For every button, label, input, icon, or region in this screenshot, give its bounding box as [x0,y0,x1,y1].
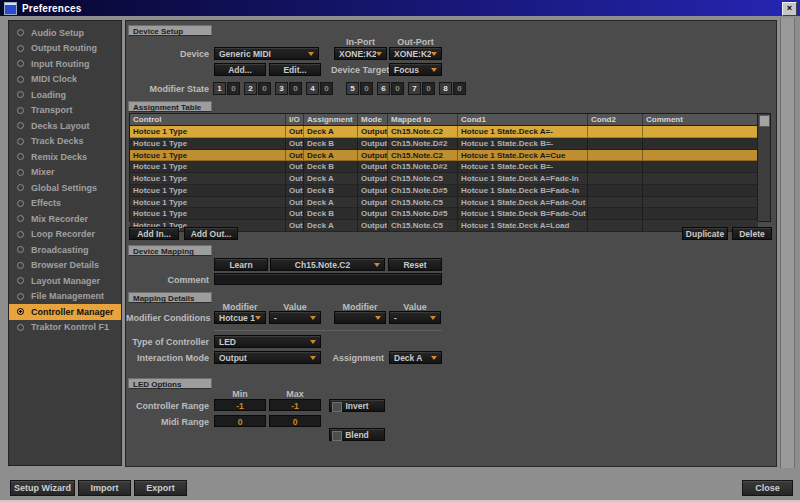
controller-range-max[interactable]: -1 [269,399,321,411]
cell-mode: Output [358,208,388,219]
blend-toggle[interactable]: Blend [329,428,385,441]
midi-range-min[interactable]: 0 [214,415,266,427]
mapped-note-value: Ch15.Note.C2 [271,260,374,270]
modifier-7[interactable]: 70 [408,82,435,95]
duplicate-button[interactable]: Duplicate [682,227,728,240]
modifier-3[interactable]: 30 [275,82,302,95]
table-row[interactable]: Hotcue 1 TypeOutDeck BOutputCh15.Note.D#… [130,138,758,150]
modifier-8[interactable]: 80 [439,82,466,95]
column-header-cond1[interactable]: Cond1 [458,114,588,125]
edit-device-label: Edit... [283,65,306,75]
export-button[interactable]: Export [134,480,187,496]
sidebar-item-midi-clock[interactable]: MIDI Clock [9,72,121,88]
window-close-icon[interactable]: × [782,2,797,16]
table-row[interactable]: Hotcue 1 TypeOutDeck BOutputCh15.Note.D#… [130,161,758,173]
assignment-select[interactable]: Deck A [389,351,442,364]
sidebar-item-file-management[interactable]: File Management [9,289,121,305]
sidebar-item-output-routing[interactable]: Output Routing [9,41,121,57]
table-row[interactable]: Hotcue 1 TypeOutDeck AOutputCh15.Note.C2… [130,126,758,138]
condition2-modifier-select[interactable] [334,311,386,324]
column-header-mode[interactable]: Mode [358,114,388,125]
sidebar-item-controller-manager[interactable]: Controller Manager [9,304,121,320]
sidebar-item-traktor-kontrol-f1[interactable]: Traktor Kontrol F1 [9,320,121,336]
modifier-2[interactable]: 20 [244,82,271,95]
sidebar-item-label: Traktor Kontrol F1 [31,322,109,332]
chevron-down-icon [308,52,314,56]
table-row[interactable]: Hotcue 1 TypeOutDeck AOutputCh15.Note.C2… [130,150,758,162]
modifier-1[interactable]: 10 [213,82,240,95]
invert-label: Invert [345,401,368,411]
mapped-note-select[interactable]: Ch15.Note.C2 [270,258,385,271]
device-select[interactable]: Generic MIDI [214,47,319,60]
sidebar-item-track-decks[interactable]: Track Decks [9,134,121,150]
blend-checkbox[interactable] [332,431,342,441]
modifier-value[interactable]: 0 [320,82,333,95]
column-header-comment[interactable]: Comment [643,114,760,125]
table-row[interactable]: Hotcue 1 TypeOutDeck AOutputCh15.Note.C5… [130,197,758,209]
modifier-4[interactable]: 40 [306,82,333,95]
midi-range-max[interactable]: 0 [269,415,321,427]
add-out-button[interactable]: Add Out... [184,227,238,240]
column-header-control[interactable]: Control [130,114,286,125]
table-row[interactable]: Hotcue 1 TypeOutDeck AOutputCh15.Note.C5… [130,173,758,185]
modifier-value[interactable]: 0 [360,82,373,95]
close-button[interactable]: Close [742,480,793,496]
sidebar-item-loading[interactable]: Loading [9,87,121,103]
modifier-value[interactable]: 0 [422,82,435,95]
setup-wizard-button[interactable]: Setup Wizard [10,480,75,496]
modifier-5[interactable]: 50 [346,82,373,95]
modifier-value[interactable]: 0 [391,82,404,95]
column-header-mapped-to[interactable]: Mapped to [388,114,458,125]
table-row[interactable]: Hotcue 1 TypeOutDeck BOutputCh15.Note.D#… [130,208,758,220]
sidebar-item-decks-layout[interactable]: Decks Layout [9,118,121,134]
column-header-cond2[interactable]: Cond2 [588,114,643,125]
sidebar-item-transport[interactable]: Transport [9,103,121,119]
reset-button[interactable]: Reset [388,258,442,271]
title-bar: Preferences × [0,0,800,16]
column-header-assignment[interactable]: Assignment [304,114,358,125]
condition1-modifier-select[interactable]: Hotcue 1 [214,311,266,324]
condition1-value-select[interactable]: - [269,311,321,324]
sidebar-item-effects[interactable]: Effects [9,196,121,212]
sidebar-item-mix-recorder[interactable]: Mix Recorder [9,211,121,227]
invert-checkbox[interactable] [332,402,342,412]
table-scrollbar[interactable] [757,114,770,221]
in-port-select[interactable]: XONE:K2 [334,47,387,60]
sidebar-item-audio-setup[interactable]: Audio Setup [9,25,121,41]
modifier-value[interactable]: 0 [289,82,302,95]
interaction-mode-select[interactable]: Output [214,351,321,364]
modifier-6[interactable]: 60 [377,82,404,95]
radio-icon [17,169,24,176]
add-device-button[interactable]: Add... [214,63,266,76]
edit-device-button[interactable]: Edit... [269,63,321,76]
device-target-select[interactable]: Focus [389,63,442,76]
sidebar-item-broadcasting[interactable]: Broadcasting [9,242,121,258]
column-header-i-o[interactable]: I/O [286,114,304,125]
sidebar-item-global-settings[interactable]: Global Settings [9,180,121,196]
out-port-select[interactable]: XONE:K2 [389,47,442,60]
cell-cond2 [588,208,643,219]
learn-button[interactable]: Learn [214,258,268,271]
condition2-value-select[interactable]: - [389,311,441,324]
sidebar-item-input-routing[interactable]: Input Routing [9,56,121,72]
sidebar-item-loop-recorder[interactable]: Loop Recorder [9,227,121,243]
controller-range-min[interactable]: -1 [214,399,266,411]
modifier-value[interactable]: 0 [227,82,240,95]
sidebar-item-remix-decks[interactable]: Remix Decks [9,149,121,165]
import-button[interactable]: Import [78,480,131,496]
comment-input[interactable] [214,273,442,285]
cell-control: Hotcue 1 Type [130,161,286,172]
delete-button[interactable]: Delete [732,227,772,240]
condition2-value-value: - [390,313,430,323]
table-row[interactable]: Hotcue 1 TypeOutDeck BOutputCh15.Note.D#… [130,185,758,197]
sidebar-item-browser-details[interactable]: Browser Details [9,258,121,274]
sidebar-item-layout-manager[interactable]: Layout Manager [9,273,121,289]
table-scrollbar-thumb[interactable] [759,115,770,127]
type-of-controller-select[interactable]: LED [214,335,321,348]
invert-toggle[interactable]: Invert [329,399,385,412]
cell-mode: Output [358,150,388,161]
modifier-value[interactable]: 0 [258,82,271,95]
sidebar-item-mixer[interactable]: Mixer [9,165,121,181]
add-in-button[interactable]: Add In... [129,227,179,240]
modifier-value[interactable]: 0 [453,82,466,95]
